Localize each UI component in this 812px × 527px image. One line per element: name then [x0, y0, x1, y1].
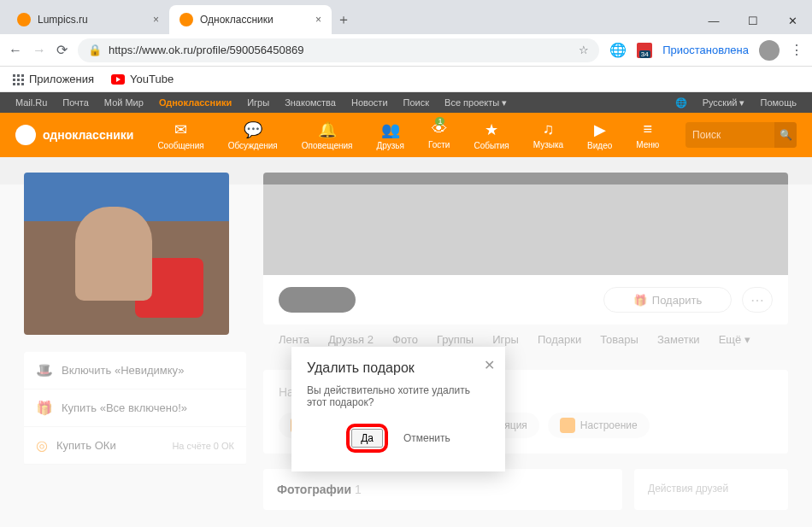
favicon-icon — [179, 13, 193, 26]
new-tab-button[interactable]: ＋ — [332, 5, 356, 34]
window-titlebar: Lumpics.ru × Одноклассники × ＋ ― ☐ ✕ — [0, 0, 812, 34]
address-bar: ← → ⟳ 🔒 https://www.ok.ru/profile/590056… — [0, 34, 812, 67]
apps-grid-icon — [12, 73, 24, 85]
cancel-button[interactable]: Отменить — [403, 432, 450, 444]
close-icon[interactable]: ✕ — [484, 357, 495, 373]
tab-lumpics[interactable]: Lumpics.ru × — [7, 5, 169, 34]
url-text: https://www.ok.ru/profile/590056450869 — [109, 44, 303, 56]
tab-title: Lumpics.ru — [38, 14, 88, 26]
strip-link[interactable]: Поиск — [403, 97, 429, 108]
mailru-strip: Mail.Ru Почта Мой Мир Одноклассники Игры… — [0, 92, 812, 113]
profile-photo[interactable] — [24, 173, 229, 335]
nav-discussions[interactable]: 💬Обсуждения — [228, 120, 278, 150]
window-controls: ― ☐ ✕ — [694, 7, 812, 34]
nav-friends[interactable]: 👥Друзья — [377, 120, 404, 150]
profile-avatar[interactable] — [759, 40, 780, 61]
adblock-icon[interactable] — [637, 43, 652, 58]
modal-text: Вы действительно хотите удалить этот под… — [307, 384, 490, 408]
youtube-label: YouTube — [130, 73, 174, 85]
confirm-button[interactable]: Да — [351, 429, 383, 448]
strip-link[interactable]: Все проекты ▾ — [444, 97, 507, 108]
back-button[interactable]: ← — [9, 43, 22, 58]
strip-link[interactable]: Мой Мир — [104, 97, 144, 108]
ok-logo-icon — [15, 125, 36, 145]
reload-button[interactable]: ⟳ — [56, 42, 68, 58]
bookmarks-bar: Приложения YouTube — [0, 67, 812, 92]
forward-button[interactable]: → — [32, 43, 46, 58]
modal-title: Удалить подарок — [307, 360, 490, 376]
browser-tabs: Lumpics.ru × Одноклассники × ＋ — [7, 5, 356, 34]
search-input[interactable]: Поиск 🔍 — [685, 122, 797, 148]
ok-brand: одноклассники — [43, 128, 133, 142]
strip-link[interactable]: Почта — [62, 97, 89, 108]
delete-gift-modal: ✕ Удалить подарок Вы действительно хотит… — [291, 347, 505, 471]
extensions: 🌐 Приостановлена ⋮ — [609, 40, 803, 61]
strip-link[interactable]: Знакомства — [285, 97, 336, 108]
maximize-button[interactable]: ☐ — [733, 7, 773, 34]
tab-title: Одноклассники — [200, 14, 274, 26]
lock-icon: 🔒 — [88, 44, 102, 56]
strip-link-active[interactable]: Одноклассники — [159, 97, 232, 108]
search-icon[interactable]: 🔍 — [774, 122, 797, 148]
ok-navbar: одноклассники ✉Сообщения 💬Обсуждения 🔔Оп… — [0, 113, 812, 157]
menu-kebab-icon[interactable]: ⋮ — [790, 42, 803, 58]
page-content: Mail.Ru Почта Мой Мир Одноклассники Игры… — [0, 92, 812, 527]
tab-ok[interactable]: Одноклассники × — [169, 5, 332, 34]
globe-icon[interactable]: 🌐 — [609, 42, 627, 58]
nav-guests[interactable]: 👁Гости1 — [428, 120, 450, 149]
strip-link[interactable]: Mail.Ru — [15, 97, 47, 108]
favicon-icon — [17, 13, 31, 26]
nav-messages[interactable]: ✉Сообщения — [157, 120, 203, 150]
strip-link[interactable]: Новости — [351, 97, 388, 108]
close-icon[interactable]: × — [315, 14, 321, 26]
ok-logo[interactable]: одноклассники — [15, 125, 133, 145]
close-icon[interactable]: × — [153, 14, 159, 26]
lang-icon: 🌐 — [675, 97, 687, 108]
nav-music[interactable]: ♫Музыка — [533, 120, 563, 149]
nav-events[interactable]: ★События — [474, 120, 509, 150]
help-link[interactable]: Помощь — [761, 97, 797, 108]
lang-select[interactable]: Русский ▾ — [703, 97, 745, 108]
minimize-button[interactable]: ― — [694, 7, 733, 34]
nav-notifications[interactable]: 🔔Оповещения — [302, 120, 353, 150]
apps-shortcut[interactable]: Приложения — [12, 73, 94, 85]
strip-link[interactable]: Игры — [247, 97, 269, 108]
apps-label: Приложения — [29, 73, 94, 85]
search-placeholder: Поиск — [692, 129, 721, 141]
close-button[interactable]: ✕ — [773, 7, 812, 34]
bookmark-youtube[interactable]: YouTube — [111, 73, 174, 85]
youtube-icon — [111, 74, 125, 85]
highlight-box: Да — [346, 424, 388, 453]
profile-paused[interactable]: Приостановлена — [662, 44, 749, 56]
url-input[interactable]: 🔒 https://www.ok.ru/profile/590056450869… — [78, 38, 599, 62]
bookmark-star-icon[interactable]: ☆ — [579, 44, 589, 56]
nav-video[interactable]: ▶Видео — [587, 120, 612, 150]
nav-menu[interactable]: ≡Меню — [636, 120, 659, 149]
